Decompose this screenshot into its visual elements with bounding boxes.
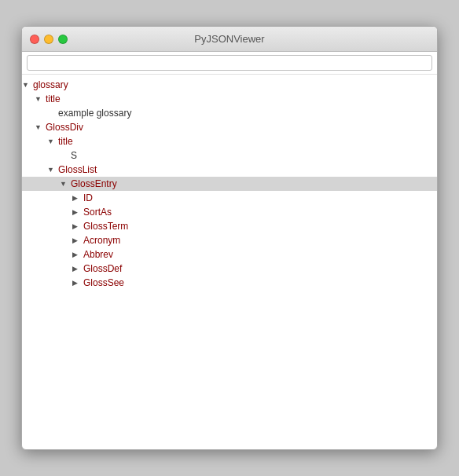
node-key: GlossEntry (71, 178, 117, 189)
app-window: PyJSONViewer glossarytitleexample glossa… (21, 26, 438, 450)
tree-arrow[interactable] (72, 251, 83, 258)
minimize-button[interactable] (44, 35, 53, 44)
node-key: GlossTerm (83, 221, 128, 232)
traffic-lights (30, 35, 68, 44)
tree-row-glosslist[interactable]: GlossList (22, 163, 437, 177)
tree-arrow[interactable] (22, 81, 33, 89)
search-input[interactable] (27, 55, 432, 71)
tree-row-title2[interactable]: title (22, 134, 437, 148)
node-key: GlossList (58, 164, 97, 175)
tree-arrow[interactable] (35, 95, 46, 103)
node-key: Abbrev (83, 249, 113, 260)
node-key: GlossDef (83, 263, 122, 274)
node-key: S (71, 150, 77, 161)
tree-row-glossdiv[interactable]: GlossDiv (22, 120, 437, 134)
node-key: ID (83, 192, 93, 203)
node-key: glossary (33, 79, 68, 90)
tree-row-glossdef[interactable]: GlossDef (22, 262, 437, 276)
node-key: example glossary (58, 108, 131, 119)
tree-row-id[interactable]: ID (22, 191, 437, 205)
window-title: PyJSONViewer (194, 33, 264, 45)
tree-arrow[interactable] (60, 180, 71, 188)
tree-arrow[interactable] (47, 137, 58, 145)
tree-arrow[interactable] (72, 236, 83, 244)
tree-arrow[interactable] (47, 166, 58, 174)
node-key: title (46, 93, 61, 104)
tree-container[interactable]: glossarytitleexample glossaryGlossDivtit… (22, 75, 437, 449)
tree-row-glossentry[interactable]: GlossEntry (22, 177, 437, 191)
tree-row-sortas[interactable]: SortAs (22, 205, 437, 219)
tree-row-abbrev[interactable]: Abbrev (22, 247, 437, 262)
tree-arrow[interactable] (72, 208, 83, 216)
tree-row-glosssee[interactable]: GlossSee (22, 276, 437, 290)
tree-arrow[interactable] (72, 194, 83, 202)
tree-arrow[interactable] (72, 222, 83, 230)
close-button[interactable] (30, 35, 39, 44)
tree-row-title2-val[interactable]: S (22, 148, 437, 163)
node-key: GlossSee (83, 277, 124, 288)
tree-row-acronym[interactable]: Acronym (22, 233, 437, 247)
search-bar (22, 52, 437, 75)
node-key: GlossDiv (46, 122, 83, 133)
tree-row-title1-val[interactable]: example glossary (22, 106, 437, 120)
tree-row-title1[interactable]: title (22, 92, 437, 106)
tree-row-glossary[interactable]: glossary (22, 78, 437, 92)
node-key: Acronym (83, 235, 120, 246)
maximize-button[interactable] (58, 35, 68, 44)
tree-arrow[interactable] (72, 265, 83, 273)
node-key: title (58, 136, 73, 147)
node-key: SortAs (83, 207, 112, 218)
tree-row-glossterm[interactable]: GlossTerm (22, 219, 437, 233)
tree-arrow[interactable] (35, 123, 46, 131)
tree-arrow[interactable] (72, 279, 83, 287)
title-bar: PyJSONViewer (22, 27, 437, 52)
